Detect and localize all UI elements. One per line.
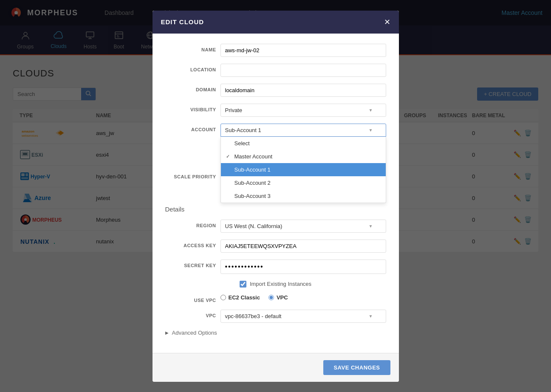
name-row: NAME bbox=[165, 44, 386, 57]
visibility-select[interactable]: Private ▼ bbox=[220, 104, 386, 117]
option-label: Select bbox=[235, 140, 250, 147]
account-option-sub3[interactable]: Sub-Account 3 bbox=[221, 189, 386, 203]
name-label: NAME bbox=[165, 44, 216, 52]
import-instances-row: Import Existing Instances bbox=[165, 281, 386, 288]
save-changes-button[interactable]: SAVE CHANGES bbox=[323, 360, 390, 375]
option-label: Master Account bbox=[235, 153, 273, 160]
visibility-chevron-icon: ▼ bbox=[369, 108, 373, 113]
advanced-options-row[interactable]: ▶ Advanced Options bbox=[165, 330, 386, 336]
modal-footer: SAVE CHANGES bbox=[153, 353, 399, 382]
modal-overlay: EDIT CLOUD ✕ NAME LOCATION DOMAIN VISIBI… bbox=[0, 0, 551, 392]
visibility-value: Private bbox=[225, 107, 242, 113]
visibility-row: VISIBILITY Private ▼ bbox=[165, 104, 386, 117]
account-chevron-icon: ▼ bbox=[369, 128, 373, 133]
ec2-classic-label: EC2 Classic bbox=[229, 294, 260, 301]
scale-priority-label: SCALE PRIORITY bbox=[165, 171, 216, 179]
modal-header: EDIT CLOUD ✕ bbox=[153, 11, 399, 34]
option-label: Sub-Account 3 bbox=[235, 193, 271, 199]
ec2-classic-option[interactable]: EC2 Classic bbox=[220, 294, 260, 301]
secret-key-label: SECRET KEY bbox=[165, 259, 216, 268]
vpc-value: vpc-86637be3 - default bbox=[225, 313, 282, 319]
visibility-select-wrapper: Private ▼ bbox=[220, 104, 386, 117]
access-key-row: ACCESS KEY bbox=[165, 240, 386, 253]
domain-label: DOMAIN bbox=[165, 84, 216, 92]
vpc-chevron-icon: ▼ bbox=[369, 314, 373, 319]
location-label: LOCATION bbox=[165, 64, 216, 72]
chevron-right-icon: ▶ bbox=[165, 330, 169, 335]
account-option-sub1[interactable]: Sub-Account 1 bbox=[221, 163, 386, 176]
import-instances-checkbox[interactable] bbox=[240, 281, 246, 288]
option-label: Sub-Account 2 bbox=[235, 180, 271, 186]
region-select[interactable]: US West (N. California) ▼ bbox=[220, 220, 386, 233]
details-section-title: Details bbox=[165, 206, 386, 213]
account-row: ACCOUNT Sub-Account 1 ▼ Select ✓ Maste bbox=[165, 124, 386, 137]
region-label: REGION bbox=[165, 220, 216, 228]
ec2-classic-radio[interactable] bbox=[220, 295, 226, 300]
option-label: Sub-Account 1 bbox=[235, 166, 271, 173]
vpc-label: VPC bbox=[277, 294, 288, 301]
secret-key-row: SECRET KEY bbox=[165, 259, 386, 274]
modal-title: EDIT CLOUD bbox=[161, 18, 204, 25]
vpc-label-field: VPC bbox=[165, 310, 216, 318]
vpc-row: VPC vpc-86637be3 - default ▼ bbox=[165, 310, 386, 323]
region-value: US West (N. California) bbox=[225, 223, 283, 229]
region-select-wrapper: US West (N. California) ▼ bbox=[220, 220, 386, 233]
account-dropdown-trigger[interactable]: Sub-Account 1 ▼ bbox=[220, 124, 386, 137]
vpc-radio[interactable] bbox=[268, 295, 274, 300]
account-select-wrapper: Sub-Account 1 ▼ Select ✓ Master Account bbox=[220, 124, 386, 137]
import-instances-label: Import Existing Instances bbox=[250, 281, 311, 287]
vpc-option[interactable]: VPC bbox=[268, 294, 288, 301]
check-icon: ✓ bbox=[226, 154, 231, 159]
access-key-label: ACCESS KEY bbox=[165, 240, 216, 248]
advanced-options-label: Advanced Options bbox=[172, 330, 217, 336]
edit-cloud-modal: EDIT CLOUD ✕ NAME LOCATION DOMAIN VISIBI… bbox=[153, 11, 399, 382]
access-key-input[interactable] bbox=[220, 240, 386, 253]
account-option-select[interactable]: Select bbox=[221, 137, 386, 150]
domain-row: DOMAIN bbox=[165, 84, 386, 97]
use-vpc-label: USE VPC bbox=[165, 294, 216, 303]
vpc-radio-group: EC2 Classic VPC bbox=[220, 294, 386, 301]
name-input[interactable] bbox=[220, 44, 386, 57]
domain-input[interactable] bbox=[220, 84, 386, 97]
account-option-sub2[interactable]: Sub-Account 2 bbox=[221, 176, 386, 189]
location-row: LOCATION bbox=[165, 64, 386, 77]
account-selected-value: Sub-Account 1 bbox=[225, 127, 261, 133]
region-row: REGION US West (N. California) ▼ bbox=[165, 220, 386, 233]
vpc-select-wrapper: vpc-86637be3 - default ▼ bbox=[220, 310, 386, 323]
modal-close-button[interactable]: ✕ bbox=[384, 17, 390, 27]
vpc-select[interactable]: vpc-86637be3 - default ▼ bbox=[220, 310, 386, 323]
account-option-master[interactable]: ✓ Master Account bbox=[221, 150, 386, 163]
account-label: ACCOUNT bbox=[165, 124, 216, 132]
secret-key-input[interactable] bbox=[220, 259, 386, 274]
region-chevron-icon: ▼ bbox=[369, 224, 373, 228]
use-vpc-row: USE VPC EC2 Classic VPC bbox=[165, 294, 386, 303]
visibility-label: VISIBILITY bbox=[165, 104, 216, 112]
location-input[interactable] bbox=[220, 64, 386, 77]
modal-body: NAME LOCATION DOMAIN VISIBILITY Private bbox=[153, 34, 399, 353]
account-dropdown-menu: Select ✓ Master Account Sub-Account 1 bbox=[220, 137, 386, 203]
